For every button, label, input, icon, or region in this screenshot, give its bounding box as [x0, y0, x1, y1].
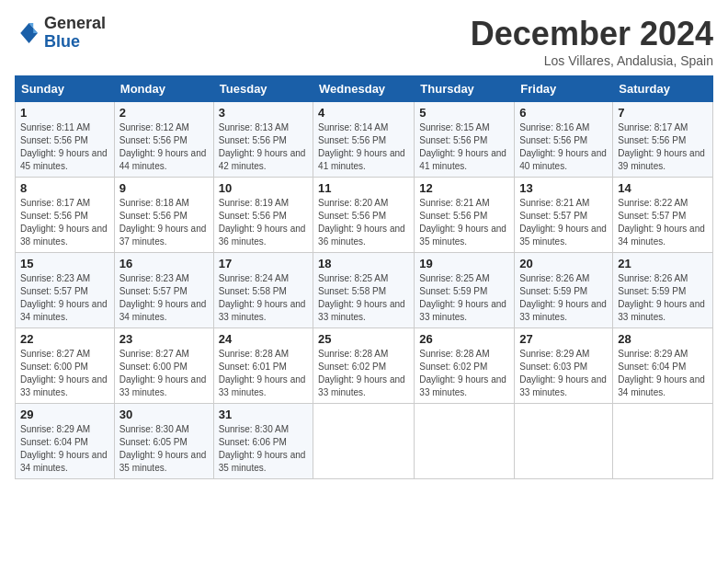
day-info: Sunrise: 8:24 AMSunset: 5:58 PMDaylight:…: [219, 273, 306, 322]
day-number: 25: [318, 332, 409, 346]
day-info: Sunrise: 8:29 AMSunset: 6:03 PMDaylight:…: [519, 349, 607, 397]
day-number: 17: [219, 257, 308, 270]
day-number: 2: [119, 106, 209, 120]
day-number: 7: [618, 106, 708, 120]
table-row: 12 Sunrise: 8:21 AMSunset: 5:56 PMDaylig…: [415, 178, 515, 253]
day-number: 10: [219, 181, 308, 195]
table-row: 29 Sunrise: 8:29 AMSunset: 6:04 PMDaylig…: [16, 404, 115, 479]
day-info: Sunrise: 8:25 AMSunset: 5:58 PMDaylight:…: [318, 273, 405, 322]
table-row: [515, 404, 613, 479]
calendar-body: 1 Sunrise: 8:11 AMSunset: 5:56 PMDayligh…: [16, 102, 713, 479]
day-info: Sunrise: 8:26 AMSunset: 5:59 PMDaylight:…: [519, 273, 607, 322]
table-row: 13 Sunrise: 8:21 AMSunset: 5:57 PMDaylig…: [515, 178, 613, 253]
col-wednesday: Wednesday: [313, 76, 415, 102]
calendar-header-row: Sunday Monday Tuesday Wednesday Thursday…: [16, 76, 713, 102]
table-row: 4 Sunrise: 8:14 AMSunset: 5:56 PMDayligh…: [313, 102, 415, 178]
day-number: 9: [119, 181, 209, 195]
day-info: Sunrise: 8:12 AMSunset: 5:56 PMDaylight:…: [119, 122, 207, 171]
table-row: 3 Sunrise: 8:13 AMSunset: 5:56 PMDayligh…: [213, 102, 313, 178]
table-row: 16 Sunrise: 8:23 AMSunset: 5:57 PMDaylig…: [114, 253, 213, 328]
calendar-week-row: 8 Sunrise: 8:17 AMSunset: 5:56 PMDayligh…: [16, 178, 713, 253]
col-monday: Monday: [114, 76, 213, 102]
col-friday: Friday: [515, 76, 613, 102]
day-number: 11: [318, 181, 409, 195]
day-number: 13: [519, 181, 608, 195]
day-number: 1: [20, 106, 109, 120]
table-row: [313, 404, 415, 479]
day-number: 5: [419, 106, 509, 120]
table-row: 26 Sunrise: 8:28 AMSunset: 6:02 PMDaylig…: [415, 328, 515, 404]
day-info: Sunrise: 8:29 AMSunset: 6:04 PMDaylight:…: [20, 424, 108, 473]
day-number: 18: [318, 257, 409, 270]
table-row: 27 Sunrise: 8:29 AMSunset: 6:03 PMDaylig…: [515, 328, 613, 404]
day-info: Sunrise: 8:21 AMSunset: 5:57 PMDaylight:…: [519, 198, 607, 247]
day-info: Sunrise: 8:20 AMSunset: 5:56 PMDaylight:…: [318, 198, 405, 247]
day-number: 20: [519, 257, 608, 270]
day-info: Sunrise: 8:21 AMSunset: 5:56 PMDaylight:…: [419, 198, 506, 247]
calendar-week-row: 15 Sunrise: 8:23 AMSunset: 5:57 PMDaylig…: [16, 253, 713, 328]
day-info: Sunrise: 8:27 AMSunset: 6:00 PMDaylight:…: [20, 349, 108, 397]
day-number: 21: [618, 257, 708, 270]
col-thursday: Thursday: [415, 76, 515, 102]
table-row: 5 Sunrise: 8:15 AMSunset: 5:56 PMDayligh…: [415, 102, 515, 178]
col-sunday: Sunday: [16, 76, 115, 102]
day-info: Sunrise: 8:15 AMSunset: 5:56 PMDaylight:…: [419, 122, 506, 171]
logo-icon: [15, 20, 40, 46]
day-info: Sunrise: 8:13 AMSunset: 5:56 PMDaylight:…: [219, 122, 306, 171]
day-info: Sunrise: 8:16 AMSunset: 5:56 PMDaylight:…: [519, 122, 607, 171]
day-info: Sunrise: 8:23 AMSunset: 5:57 PMDaylight:…: [119, 273, 207, 322]
calendar-week-row: 1 Sunrise: 8:11 AMSunset: 5:56 PMDayligh…: [16, 102, 713, 178]
day-number: 28: [618, 332, 708, 346]
logo: General Blue: [15, 15, 106, 52]
day-info: Sunrise: 8:17 AMSunset: 5:56 PMDaylight:…: [618, 122, 705, 171]
day-info: Sunrise: 8:27 AMSunset: 6:00 PMDaylight:…: [119, 349, 207, 397]
table-row: 31 Sunrise: 8:30 AMSunset: 6:06 PMDaylig…: [213, 404, 313, 479]
table-row: 10 Sunrise: 8:19 AMSunset: 5:56 PMDaylig…: [213, 178, 313, 253]
day-number: 16: [119, 257, 209, 270]
month-title: December 2024: [471, 15, 713, 53]
day-info: Sunrise: 8:22 AMSunset: 5:57 PMDaylight:…: [618, 198, 705, 247]
day-number: 27: [519, 332, 608, 346]
logo-text-blue: Blue: [44, 33, 106, 52]
day-info: Sunrise: 8:28 AMSunset: 6:02 PMDaylight:…: [419, 349, 506, 397]
calendar-table: Sunday Monday Tuesday Wednesday Thursday…: [15, 75, 713, 479]
table-row: 20 Sunrise: 8:26 AMSunset: 5:59 PMDaylig…: [515, 253, 613, 328]
day-info: Sunrise: 8:19 AMSunset: 5:56 PMDaylight:…: [219, 198, 306, 247]
header: General Blue December 2024 Los Villares,…: [15, 15, 713, 68]
day-number: 30: [119, 408, 209, 421]
table-row: 18 Sunrise: 8:25 AMSunset: 5:58 PMDaylig…: [313, 253, 415, 328]
table-row: 17 Sunrise: 8:24 AMSunset: 5:58 PMDaylig…: [213, 253, 313, 328]
table-row: 14 Sunrise: 8:22 AMSunset: 5:57 PMDaylig…: [613, 178, 713, 253]
day-info: Sunrise: 8:14 AMSunset: 5:56 PMDaylight:…: [318, 122, 405, 171]
day-number: 14: [618, 181, 708, 195]
day-number: 29: [20, 408, 109, 421]
day-info: Sunrise: 8:28 AMSunset: 6:02 PMDaylight:…: [318, 349, 405, 397]
table-row: 24 Sunrise: 8:28 AMSunset: 6:01 PMDaylig…: [213, 328, 313, 404]
table-row: 22 Sunrise: 8:27 AMSunset: 6:00 PMDaylig…: [16, 328, 115, 404]
day-number: 8: [20, 181, 109, 195]
table-row: 25 Sunrise: 8:28 AMSunset: 6:02 PMDaylig…: [313, 328, 415, 404]
day-number: 24: [219, 332, 308, 346]
col-saturday: Saturday: [613, 76, 713, 102]
day-number: 31: [219, 408, 308, 421]
calendar-week-row: 22 Sunrise: 8:27 AMSunset: 6:00 PMDaylig…: [16, 328, 713, 404]
table-row: 30 Sunrise: 8:30 AMSunset: 6:05 PMDaylig…: [114, 404, 213, 479]
day-number: 3: [219, 106, 308, 120]
table-row: 7 Sunrise: 8:17 AMSunset: 5:56 PMDayligh…: [613, 102, 713, 178]
day-number: 22: [20, 332, 109, 346]
day-info: Sunrise: 8:28 AMSunset: 6:01 PMDaylight:…: [219, 349, 306, 397]
day-number: 19: [419, 257, 509, 270]
day-info: Sunrise: 8:17 AMSunset: 5:56 PMDaylight:…: [20, 198, 108, 247]
title-area: December 2024 Los Villares, Andalusia, S…: [471, 15, 713, 68]
table-row: [613, 404, 713, 479]
day-number: 4: [318, 106, 409, 120]
day-info: Sunrise: 8:30 AMSunset: 6:05 PMDaylight:…: [119, 424, 207, 473]
day-number: 12: [419, 181, 509, 195]
calendar-week-row: 29 Sunrise: 8:29 AMSunset: 6:04 PMDaylig…: [16, 404, 713, 479]
table-row: [415, 404, 515, 479]
day-info: Sunrise: 8:23 AMSunset: 5:57 PMDaylight:…: [20, 273, 108, 322]
table-row: 21 Sunrise: 8:26 AMSunset: 5:59 PMDaylig…: [613, 253, 713, 328]
table-row: 1 Sunrise: 8:11 AMSunset: 5:56 PMDayligh…: [16, 102, 115, 178]
table-row: 28 Sunrise: 8:29 AMSunset: 6:04 PMDaylig…: [613, 328, 713, 404]
location-title: Los Villares, Andalusia, Spain: [471, 53, 713, 68]
